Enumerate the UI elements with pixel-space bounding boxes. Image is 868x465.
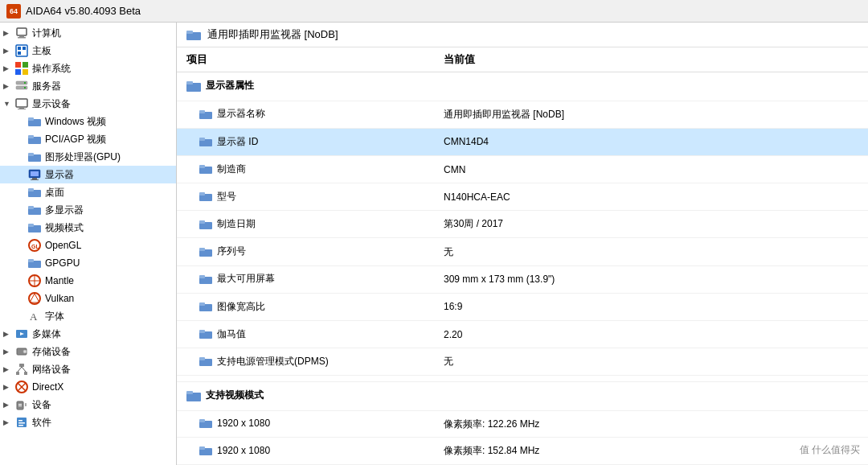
sidebar-item-monitor[interactable]: 显示器 [0,166,176,183]
sidebar-item-network[interactable]: ▶网络设备 [0,360,176,378]
sidebar-item-devices[interactable]: ▶设备 [0,396,176,414]
svg-rect-87 [199,357,205,360]
header-folder-icon [186,29,201,40]
table-row: 制造商 CMN [177,155,868,183]
sidebar-label: PCI/AGP 视频 [45,133,106,146]
sidebar-item-gpu[interactable]: 图形处理器(GPU) [0,148,176,166]
folder-icon [199,191,212,201]
svg-rect-29 [28,188,34,191]
table-body: 显示器属性 显示器名称 通用即插即用监视器 [NoDB] 显示器 ID CMN1… [177,72,868,465]
folder-icon [199,356,212,366]
main-layout: ▶计算机▶主板▶操作系统▶服务器▼显示设备Windows 视频PCI/AGP 视… [0,23,868,465]
sidebar-label: OpenGL [45,240,81,251]
svg-rect-79 [199,248,205,251]
svg-rect-73 [199,165,205,168]
table-cell-value: 像素频率: 122.26 MHz [434,410,868,437]
sidebar-label: 显示设备 [32,97,71,111]
folder-icon [27,132,42,146]
sidebar-label: 网络设备 [32,363,71,377]
table-row: 制造日期 第30周 / 2017 [177,211,868,238]
arrow-icon: ▶ [3,82,13,90]
svg-rect-25 [31,171,39,176]
sidebar-item-multimedia[interactable]: ▶多媒体 [0,325,176,343]
sidebar-label: Mantle [45,275,74,286]
section-icon: 显示器属性 [186,79,254,93]
table-cell-value: 309 mm x 173 mm (13.9") [434,265,868,293]
sidebar-item-gpgpu[interactable]: GPGPU [0,254,176,272]
sidebar: ▶计算机▶主板▶操作系统▶服务器▼显示设备Windows 视频PCI/AGP 视… [0,23,177,465]
sidebar-item-display[interactable]: ▼显示设备 [0,95,176,113]
arrow-icon: ▶ [3,330,13,338]
folder-icon [199,302,212,311]
sidebar-label: 图形处理器(GPU) [45,150,121,164]
svg-line-52 [22,367,26,372]
sidebar-item-storage[interactable]: ▶存储设备 [0,343,176,360]
table-cell-label: 最大可用屏幕 [177,265,434,293]
sidebar-label: 存储设备 [32,345,71,359]
computer-icon [14,26,29,40]
table-cell-value: 16:9 [434,293,868,320]
svg-rect-16 [19,107,24,109]
sidebar-item-video-modes[interactable]: 视频模式 [0,219,176,237]
svg-rect-6 [18,51,21,55]
folder-icon [199,418,212,428]
table-cell-label: 序列号 [177,238,434,265]
svg-rect-77 [199,220,205,224]
svg-rect-19 [28,117,34,121]
sidebar-item-vulkan[interactable]: Vulkan [0,290,176,307]
sidebar-item-opengl[interactable]: GLOpenGL [0,237,176,254]
sidebar-item-os[interactable]: ▶操作系统 [0,60,176,77]
sidebar-item-directx[interactable]: ▶DirectX [0,378,176,396]
folder-icon [199,164,212,174]
svg-rect-27 [31,179,39,180]
table-cell-label: 伽马值 [177,320,434,348]
svg-rect-0 [17,28,27,35]
svg-point-13 [24,82,26,84]
sidebar-item-pci-video[interactable]: PCI/AGP 视频 [0,130,176,148]
col-header-item: 项目 [177,47,434,72]
folder-icon [27,203,42,217]
folder-icon [199,247,212,257]
sidebar-item-software[interactable]: ▶软件 [0,414,176,431]
sidebar-item-mantle[interactable]: Mantle [0,272,176,290]
sidebar-item-fonts[interactable]: A字体 [0,307,176,325]
svg-rect-49 [16,372,19,375]
svg-rect-33 [28,224,34,227]
folder-icon [199,446,212,455]
display-icon [14,97,29,111]
svg-rect-9 [15,69,21,75]
sidebar-item-desktop[interactable]: 桌面 [0,183,176,201]
content-title: 通用即插即用监视器 [NoDB] [207,27,338,42]
multimedia-icon [14,327,29,341]
svg-rect-31 [28,206,34,209]
sidebar-item-computer[interactable]: ▶计算机 [0,24,176,42]
folder-icon [27,256,42,270]
table-cell-label: 图像宽高比 [177,293,434,320]
svg-rect-23 [28,153,34,156]
folder-icon [199,137,212,146]
sidebar-item-motherboard[interactable]: ▶主板 [0,42,176,60]
table-cell-value: CMN14D4 [434,128,868,155]
table-row: 显示器名称 通用即插即用监视器 [NoDB] [177,101,868,128]
sidebar-item-windows-video[interactable]: Windows 视频 [0,113,176,130]
table-row: 支持视频模式 [177,382,868,411]
folder-icon [27,150,42,164]
arrow-icon: ▶ [3,418,13,426]
svg-rect-59 [25,403,27,406]
server-icon [14,79,29,93]
fonts-icon: A [27,309,42,323]
app-title: AIDA64 v5.80.4093 Beta [26,5,141,17]
sidebar-item-multi-monitor[interactable]: 多显示器 [0,201,176,219]
svg-rect-85 [199,330,205,333]
svg-rect-50 [24,372,27,375]
folder-icon [27,220,42,235]
svg-rect-67 [186,81,193,84]
table-cell-value: 通用即插即用监视器 [NoDB] [434,101,868,128]
devices-icon [14,397,29,412]
svg-rect-89 [186,391,193,394]
svg-rect-93 [199,446,205,450]
arrow-icon: ▶ [3,383,13,391]
svg-rect-7 [15,62,21,68]
sidebar-item-server[interactable]: ▶服务器 [0,77,176,95]
table-row: 序列号 无 [177,238,868,265]
